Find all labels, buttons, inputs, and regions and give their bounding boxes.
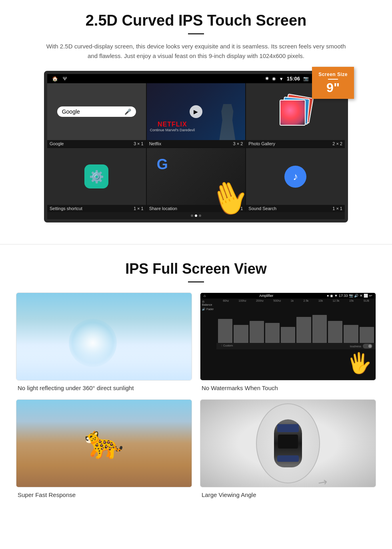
sound-label: Sound Search 1 × 1 <box>246 205 345 212</box>
section2-title: IPS Full Screen View <box>16 260 376 277</box>
netflix-cell-content: ▶ NETFLIX Continue Marvel's Daredevil <box>147 83 246 140</box>
section1-title: 2.5D Curved IPS Touch Screen <box>24 12 368 29</box>
car-photo: ↗ <box>200 400 376 487</box>
google-search-bar[interactable]: Google 🎤 <box>57 106 136 117</box>
sun-glare <box>69 319 117 367</box>
settings-app-name: Settings shortcut <box>50 206 82 211</box>
feature-grid: No light reflecting under 360° direct su… <box>16 293 376 498</box>
cheetah-emoji: 🐆 <box>84 423 124 461</box>
settings-app-size: 1 × 1 <box>134 206 144 211</box>
title-underline <box>188 33 204 34</box>
car-container: ↗ <box>256 403 320 483</box>
amp-equalizer: 60hz100hz200hz500hz1k2.5k10k12.5k15kSUB <box>216 299 376 379</box>
netflix-app-name: Netflix <box>149 141 162 146</box>
cheetah-photo: 🐆 <box>16 400 192 487</box>
car-image: ↗ <box>200 399 376 487</box>
amp-bottom-bar: 〈 Custom loudness <box>216 343 376 349</box>
amp-status-bar: ⌂ Amplifier ● ◉ ▼ 17:33 📷 🔊 ✕ ⬜ ↩ <box>200 293 376 299</box>
car-body <box>274 419 302 467</box>
eq-bar-3 <box>250 321 264 343</box>
wifi-icon: ▼ <box>279 76 284 81</box>
eq-bar-2 <box>234 325 248 343</box>
amp-balance: ⚖ Balance <box>202 300 215 306</box>
sound-app-cell[interactable]: ♪ Sound Search 1 × 1 <box>246 148 345 212</box>
amp-toggle[interactable] <box>363 344 372 349</box>
play-button[interactable]: ▶ <box>190 105 202 118</box>
eq-freq-labels: 60hz100hz200hz500hz1k2.5k10k12.5k15kSUB <box>216 299 376 303</box>
sunlight-image <box>16 293 192 381</box>
gallery-app-name: Photo Gallery <box>248 141 275 146</box>
google-app-name: Google <box>50 141 64 146</box>
amp-main: ⚖ Balance 🔊 Fader 60hz100hz200hz500hz1k2… <box>200 299 376 379</box>
amp-title: Amplifier <box>259 294 273 298</box>
gallery-label: Photo Gallery 2 × 2 <box>246 140 345 147</box>
settings-label: Settings shortcut 1 × 1 <box>47 205 146 212</box>
section-curved-screen: 2.5D Curved IPS Touch Screen With 2.5D c… <box>0 0 392 232</box>
car-windshield-rear <box>277 455 299 462</box>
gallery-app-size: 2 × 2 <box>332 141 342 146</box>
sound-search-icon: ♪ <box>284 166 306 188</box>
badge-size: 9" <box>318 81 348 94</box>
eq-bar-6 <box>296 317 311 343</box>
cheetah-bg: 🐆 <box>16 400 192 487</box>
amp-toggle-knob <box>368 345 372 348</box>
share-cell-content: G 🤚 <box>147 148 246 205</box>
amp-custom-btn: 〈 Custom <box>220 344 233 349</box>
share-app-name: Share location <box>149 206 177 211</box>
eq-bar-5 <box>281 327 295 343</box>
microphone-icon: 🎤 <box>124 108 131 115</box>
section-divider <box>0 244 392 244</box>
section2-underline <box>188 281 204 283</box>
netflix-overlay: NETFLIX Continue Marvel's Daredevil <box>150 121 195 132</box>
eq-bar-4 <box>265 323 280 343</box>
sound-app-size: 1 × 1 <box>332 206 342 211</box>
settings-app-cell[interactable]: ⚙️ Settings shortcut 1 × 1 <box>47 148 146 212</box>
netflix-subtitle: Continue Marvel's Daredevil <box>150 128 195 132</box>
netflix-label: Netflix 3 × 2 <box>147 140 246 147</box>
feature-watermarks: ⌂ Amplifier ● ◉ ▼ 17:33 📷 🔊 ✕ ⬜ ↩ ⚖ Bala… <box>200 293 376 391</box>
gallery-card-3 <box>280 100 306 126</box>
eq-bar-1 <box>218 319 232 343</box>
camera-icon: 📷 <box>303 76 309 81</box>
eq-bar-7 <box>312 315 327 343</box>
dot-1 <box>191 214 193 217</box>
status-bar-left: 🏠 Ψ <box>52 76 67 82</box>
feature-fast-response: 🐆 Super Fast Response <box>16 399 192 498</box>
settings-icon: ⚙️ <box>84 164 108 188</box>
daredevil-silhouette <box>217 104 237 140</box>
sound-cell-content: ♪ <box>246 148 345 205</box>
app-grid: Google 🎤 Google 3 × 1 ▶ <box>47 83 345 212</box>
google-g-logo: G <box>157 156 168 173</box>
dot-indicator <box>47 212 345 219</box>
google-cell-content: Google 🎤 <box>47 83 146 140</box>
badge-title: Screen Size <box>318 72 348 77</box>
netflix-app-cell[interactable]: ▶ NETFLIX Continue Marvel's Daredevil Ne… <box>147 83 246 147</box>
amp-right-icons: ● ◉ ▼ 17:33 📷 🔊 ✕ ⬜ ↩ <box>327 294 372 298</box>
settings-cell-content: ⚙️ <box>47 148 146 205</box>
amp-home-icon: ⌂ <box>204 294 206 298</box>
watermarks-caption: No Watermarks When Touch <box>200 385 376 391</box>
amp-sidebar: ⚖ Balance 🔊 Fader <box>200 299 216 379</box>
car-windshield-front <box>277 424 299 432</box>
sky-gradient <box>16 354 192 380</box>
amp-loudness-label: loudness <box>350 345 361 348</box>
home-icon: 🏠 <box>52 76 58 82</box>
flower-image <box>280 100 305 125</box>
feature-viewing-angle: ↗ Large Viewing Angle <box>200 399 376 498</box>
viewing-angle-caption: Large Viewing Angle <box>200 491 376 498</box>
car-oval: ↗ <box>256 403 320 483</box>
netflix-app-size: 3 × 2 <box>233 141 243 146</box>
gallery-stack <box>280 96 312 128</box>
google-label: Google 3 × 1 <box>47 140 146 147</box>
eq-hand-icon: 🖐 <box>346 350 373 375</box>
eq-bar-9 <box>344 325 358 343</box>
google-app-cell[interactable]: Google 🎤 Google 3 × 1 <box>47 83 146 147</box>
feature-sunlight: No light reflecting under 360° direct su… <box>16 293 192 391</box>
share-app-cell[interactable]: G 🤚 Share location 1 × 1 <box>147 148 246 212</box>
amp-fader: 🔊 Fader <box>202 308 215 311</box>
google-app-size: 3 × 1 <box>134 141 144 146</box>
usb-icon: Ψ <box>63 76 67 82</box>
cheetah-image: 🐆 <box>16 399 192 487</box>
section-ips-view: IPS Full Screen View No light reflecting… <box>0 256 392 510</box>
device-mockup: 🏠 Ψ ✱ ◉ ▼ 15:06 📷 🔊 ✕ ⬜ ↩ <box>44 71 348 222</box>
